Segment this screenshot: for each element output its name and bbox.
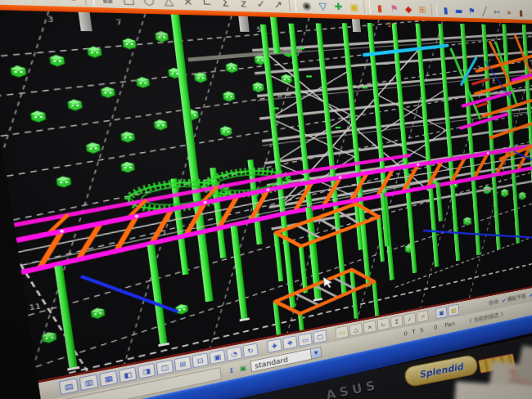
sticker-label: Splendid (418, 361, 464, 380)
arrow-back-icon[interactable]: ↤ (491, 6, 503, 18)
grid-label: 5 (256, 26, 261, 34)
toolbar-separator (83, 0, 95, 6)
tool-diamond-icon[interactable]: ❖ (282, 335, 297, 350)
binoculars-icon[interactable]: ◉ (299, 0, 314, 12)
snap-free-icon[interactable]: ⊠ (97, 0, 118, 7)
snap-cross-icon[interactable]: × (179, 0, 197, 9)
grid-label: 3 (47, 15, 54, 24)
copy-orange-icon[interactable]: ⊞ (416, 2, 429, 16)
component-dot-icon[interactable]: ⊡ (192, 352, 209, 368)
redo-red-icon[interactable]: ↷ (37, 0, 59, 5)
snap-perpendicular-icon[interactable]: ∟ (198, 0, 216, 9)
grid-label: 7 (477, 65, 481, 72)
snap-circle-icon[interactable]: ○ (139, 0, 158, 7)
combo-dropdown-arrow[interactable]: ▼ (310, 347, 322, 359)
toolbar-separator (288, 0, 296, 11)
grid-label: E (492, 78, 495, 84)
bar-brown-icon[interactable]: ▮ (516, 7, 526, 18)
grid-label: 11 (29, 302, 42, 312)
component-clock-icon[interactable]: ◔ (226, 346, 242, 361)
layer-window-icon[interactable]: ▨ (448, 304, 459, 316)
snap-z-icon[interactable]: z (235, 0, 251, 11)
checkbox-work-plane[interactable]: ✔ (529, 292, 532, 298)
tool-slab-icon[interactable]: ▭ (298, 333, 313, 347)
snap-sigma-icon[interactable]: Σ (217, 0, 234, 10)
coordinate-value: 0 (434, 324, 438, 331)
snap-rect-icon[interactable]: □ (119, 0, 138, 7)
component-box-icon[interactable]: ◨ (138, 363, 156, 379)
toolbar-separator (431, 3, 437, 16)
snap-cells-value: 0 T S (404, 326, 425, 337)
flag-pink-icon[interactable]: ⚑ (387, 2, 400, 15)
component-grid-icon[interactable]: ▤ (59, 378, 79, 395)
yellow-note-icon[interactable]: ▣ (347, 0, 361, 13)
auto-label: 自动 (489, 298, 498, 307)
component-rotate-icon[interactable]: ↻ (242, 343, 258, 358)
phase-red-icon[interactable]: ▮ (372, 1, 386, 14)
mini-snap-triangle-icon[interactable]: △ (349, 323, 363, 337)
flag-blue-icon[interactable]: ⚑ (466, 5, 477, 17)
grid-label: 6 (158, 30, 164, 38)
undo-red-icon[interactable]: ↶ (14, 0, 36, 4)
grid-label: 7 (115, 18, 122, 26)
checkbox-snap-plane[interactable]: ✔ (502, 297, 507, 303)
mini-snap-arrow-icon[interactable]: ↗ (417, 310, 429, 323)
plate-blue-icon[interactable]: ▬ (453, 4, 465, 16)
photo-of-monitor: ↶↷✎⊠□○△×∟Σz✓↗◉▽✚▣▮⚑◆⊞▮▬⚑╱↤»▮ (0, 0, 532, 399)
component-panel-icon[interactable]: ▥ (79, 374, 98, 392)
mini-snap-check-icon[interactable]: ✓ (404, 312, 416, 325)
pen-gray-icon[interactable]: ╱ (479, 5, 490, 17)
view-window-icon[interactable]: ▣ (435, 307, 448, 320)
ff-brown-icon[interactable]: » (503, 6, 515, 18)
component-note-icon[interactable]: ▣ (209, 349, 225, 365)
snap-settings-icon[interactable]: ✚ (331, 0, 346, 13)
grid-label: 2 (387, 21, 391, 29)
mini-snap-cross-icon[interactable]: × (363, 320, 376, 334)
beam-blue-icon[interactable]: ▮ (440, 3, 452, 16)
red-pen-icon[interactable]: ✎ (60, 0, 81, 5)
filter-funnel-icon[interactable]: ▽ (315, 0, 330, 12)
component-half-icon[interactable]: ◧ (119, 366, 138, 383)
component-cell-icon[interactable]: ◫ (156, 360, 174, 375)
mini-snap-plane-icon[interactable]: ▭ (335, 325, 349, 339)
diamond-red-icon[interactable]: ◆ (402, 2, 415, 16)
monitor-screen: ↶↷✎⊠□○△×∟Σz✓↗◉▽✚▣▮⚑◆⊞▮▬⚑╱↤»▮ (0, 0, 532, 399)
snap-check-icon[interactable]: ✓ (253, 0, 269, 11)
snap-arrow-icon[interactable]: ↗ (270, 0, 286, 11)
mode-label: Pan (444, 321, 455, 329)
tool-plus-icon[interactable]: ✚ (267, 338, 282, 353)
component-plus-icon[interactable]: ⊞ (174, 356, 192, 371)
tool-frame-icon[interactable]: ▢ (313, 330, 327, 343)
snap-plane-label: 捕捉平面 (507, 293, 525, 303)
updown-icon[interactable]: ↕ (225, 365, 237, 376)
mini-snap-perp-icon[interactable]: ∟ (376, 317, 390, 330)
mini-snap-sigma-icon[interactable]: Σ (390, 315, 404, 328)
component-mesh-icon[interactable]: ▦ (99, 370, 119, 387)
select-cube-icon[interactable]: ▣ (237, 362, 249, 374)
snap-triangle-icon[interactable]: △ (160, 0, 178, 8)
toolbar-separator (363, 1, 371, 14)
